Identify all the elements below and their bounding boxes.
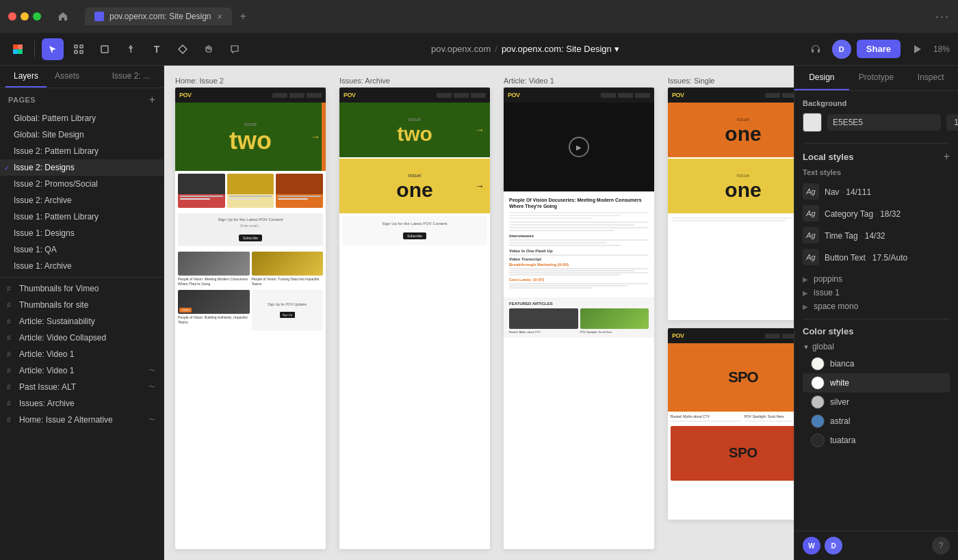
frame-preview-issues-single-2[interactable]: POV SPO Busted: Myths bbox=[668, 328, 794, 520]
text-style-time-tag-icon: Ag bbox=[803, 227, 819, 243]
new-tab-button[interactable]: + bbox=[240, 10, 246, 23]
help-icon[interactable]: ? bbox=[932, 537, 950, 555]
sidebar-item-issue2-designs[interactable]: Issue 2: Designs bbox=[0, 159, 164, 176]
figma-logo[interactable] bbox=[8, 40, 27, 59]
color-item-astral[interactable]: astral bbox=[803, 412, 950, 431]
sidebar-item-global-site[interactable]: Global: Site Design bbox=[0, 126, 164, 143]
hand-tool[interactable] bbox=[198, 38, 220, 60]
sidebar-item-article-video1-a[interactable]: # Article: Video 1 bbox=[0, 346, 164, 362]
color-item-bianca[interactable]: bianca bbox=[803, 354, 950, 373]
browser-menu-icon[interactable]: ··· bbox=[935, 10, 950, 24]
page-list: Global: Pattern Library Global: Site Des… bbox=[0, 109, 164, 560]
color-styles-title: Color styles bbox=[803, 326, 853, 336]
sidebar-item-article-sustainability[interactable]: # Article: Sustainability bbox=[0, 313, 164, 330]
tab-assets[interactable]: Assets bbox=[47, 66, 88, 88]
play-button[interactable] bbox=[906, 38, 928, 60]
sidebar-item-issue2-promos[interactable]: Issue 2: Promos/Social bbox=[0, 176, 164, 192]
color-label-astral: astral bbox=[830, 416, 850, 426]
color-item-white[interactable]: white bbox=[803, 373, 950, 392]
current-file-tab[interactable]: Issue 2: ... bbox=[104, 66, 158, 88]
tab-prototype[interactable]: Prototype bbox=[849, 66, 904, 90]
background-color-swatch[interactable] bbox=[803, 113, 822, 132]
avatar-d[interactable]: D bbox=[825, 537, 842, 555]
sidebar-item-thumbs-vimeo[interactable]: # Thumbnails for Vimeo bbox=[0, 280, 164, 297]
minimize-button[interactable] bbox=[21, 12, 29, 21]
sidebar-item-issue1-archive[interactable]: Issue 1: Archive bbox=[0, 258, 164, 274]
figma-toolbar: T pov.openx.com / pov.openx.com: Site De… bbox=[0, 33, 958, 66]
frame-column-home: Home: Issue 2 POV issue bbox=[175, 77, 326, 549]
toolbar-right: D Share 18% bbox=[805, 38, 950, 60]
frame-preview-archive[interactable]: POV issue two → bbox=[339, 88, 490, 549]
tab-close-icon[interactable]: ✕ bbox=[217, 13, 222, 21]
sidebar-item-issue1-pattern[interactable]: Issue 1: Pattern Library bbox=[0, 209, 164, 225]
move-tool[interactable] bbox=[42, 38, 64, 60]
frame-preview-home[interactable]: POV issue two → bbox=[175, 88, 326, 549]
color-group-global-label: global bbox=[812, 342, 834, 351]
tab-layers[interactable]: Layers bbox=[5, 66, 47, 88]
avatar-w[interactable]: W bbox=[803, 537, 820, 555]
font-group-issue1-arrow: ▶ bbox=[803, 289, 808, 297]
local-styles-header: Local styles + bbox=[803, 150, 950, 163]
sidebar-item-past-issue-alt[interactable]: # Past Issue: ALT 〜 bbox=[0, 379, 164, 395]
text-style-nav-icon: Ag bbox=[803, 183, 819, 200]
tab-design[interactable]: Design bbox=[794, 66, 849, 90]
component-tool[interactable] bbox=[172, 38, 194, 60]
frame-tool[interactable] bbox=[68, 38, 90, 60]
sidebar-item-article-video1-b[interactable]: # Article: Video 1 〜 bbox=[0, 362, 164, 379]
text-style-button-text[interactable]: Ag Button Text · 17.5/Auto bbox=[803, 246, 950, 268]
frame-preview-article[interactable]: POV ▶ Peopl bbox=[504, 88, 654, 549]
text-style-nav[interactable]: Ag Nav · 14/111 bbox=[803, 181, 950, 202]
background-color-input[interactable] bbox=[827, 114, 941, 131]
font-group-spacemono[interactable]: ▶ space mono bbox=[803, 299, 950, 313]
sidebar-item-issues-archive[interactable]: # Issues: Archive bbox=[0, 395, 164, 412]
sidebar-item-article-video-collapsed[interactable]: # Article: Video Collapsed bbox=[0, 330, 164, 346]
color-item-tuatara[interactable]: tuatara bbox=[803, 431, 950, 450]
font-group-poppins[interactable]: ▶ poppins bbox=[803, 272, 950, 286]
add-local-style-button[interactable]: + bbox=[944, 150, 950, 163]
sidebar-item-global-pattern[interactable]: Global: Pattern Library bbox=[0, 110, 164, 126]
canvas-area[interactable]: Home: Issue 2 POV issue bbox=[164, 66, 794, 560]
maximize-button[interactable] bbox=[33, 12, 41, 21]
color-group-global-header[interactable]: ▼ global bbox=[803, 342, 950, 351]
audio-icon[interactable] bbox=[805, 38, 827, 60]
color-item-silver[interactable]: silver bbox=[803, 392, 950, 412]
text-style-button-text-name: Button Text · 17.5/Auto bbox=[825, 253, 907, 263]
frame-icon-5: # bbox=[7, 351, 11, 358]
svg-rect-8 bbox=[101, 46, 108, 53]
sidebar-divider bbox=[0, 277, 164, 278]
sidebar-item-issue1-designs[interactable]: Issue 1: Designs bbox=[0, 225, 164, 241]
sidebar-item-issue2-archive[interactable]: Issue 2: Archive bbox=[0, 192, 164, 209]
tab-inspect[interactable]: Inspect bbox=[903, 66, 958, 90]
local-styles-title: Local styles bbox=[803, 152, 853, 162]
pen-tool[interactable] bbox=[120, 38, 142, 60]
background-opacity-input[interactable] bbox=[946, 114, 958, 131]
add-page-button[interactable]: + bbox=[149, 94, 155, 106]
font-group-issue1[interactable]: ▶ issue 1 bbox=[803, 286, 950, 299]
browser-tab[interactable]: pov.openx.com: Site Design ✕ bbox=[85, 8, 232, 25]
local-styles-section: Local styles + Text styles Ag Nav · 14/1… bbox=[803, 143, 950, 313]
svg-rect-6 bbox=[75, 51, 77, 53]
frame-icon-6: # bbox=[7, 367, 11, 375]
squiggle-icon-2: 〜 bbox=[148, 382, 155, 392]
text-style-time-tag[interactable]: Ag Time Tag · 14/32 bbox=[803, 224, 950, 246]
sidebar-item-issue1-qa[interactable]: Issue 1: QA bbox=[0, 241, 164, 258]
comment-tool[interactable] bbox=[224, 38, 246, 60]
frame-preview-issues-single[interactable]: POV issue one → bbox=[668, 88, 794, 320]
text-style-category-tag[interactable]: Ag Category Tag · 18/32 bbox=[803, 202, 950, 224]
sidebar-item-home-alt[interactable]: # Home: Issue 2 Alternative 〜 bbox=[0, 412, 164, 428]
close-button[interactable] bbox=[8, 12, 16, 21]
chevron-down-icon[interactable]: ▾ bbox=[614, 44, 619, 54]
frame-label-home: Home: Issue 2 bbox=[175, 77, 326, 85]
sidebar-item-thumbs-site[interactable]: # Thumbnails for site bbox=[0, 297, 164, 313]
shape-tool[interactable] bbox=[94, 38, 116, 60]
sidebar-item-issue2-pattern[interactable]: Issue 2: Pattern Library bbox=[0, 143, 164, 159]
svg-rect-4 bbox=[75, 45, 77, 48]
share-button[interactable]: Share bbox=[857, 40, 901, 58]
text-style-category-tag-icon: Ag bbox=[803, 205, 819, 222]
color-circle-bianca bbox=[811, 357, 825, 371]
text-style-time-tag-info: Time Tag · 14/32 bbox=[825, 229, 950, 241]
text-tool[interactable]: T bbox=[146, 38, 168, 60]
user-avatar[interactable]: D bbox=[832, 40, 851, 59]
home-button[interactable] bbox=[52, 5, 74, 27]
domain-label: pov.openx.com bbox=[431, 44, 491, 54]
